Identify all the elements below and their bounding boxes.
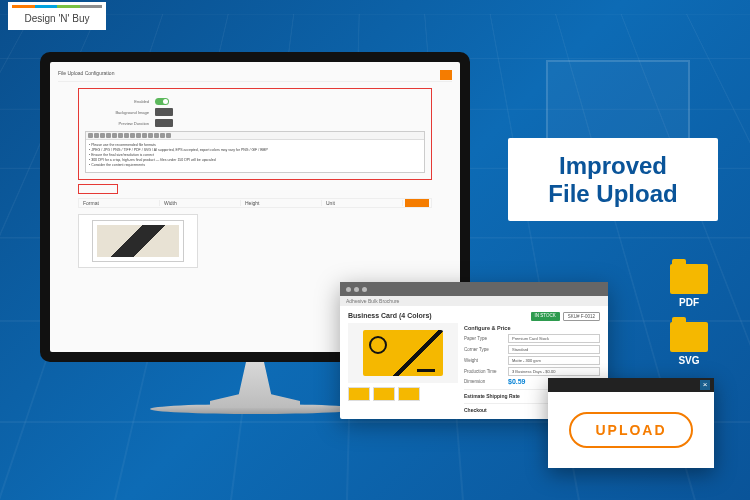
product-thumbnails[interactable] <box>348 387 458 401</box>
stock-badge: IN STOCK <box>531 312 560 321</box>
paper-type-select[interactable]: Premium Card Stock <box>508 334 600 343</box>
upload-dialog: × UPLOAD <box>548 378 714 468</box>
corner-type-select[interactable]: Standard <box>508 345 600 354</box>
bg-image-chip[interactable] <box>155 108 173 116</box>
dialog-titlebar: × <box>548 378 714 392</box>
feature-headline: ImprovedFile Upload <box>508 138 718 221</box>
rte-editor[interactable]: • Please use the recommended file format… <box>85 131 425 173</box>
format-table-row: Format Width Height Unit <box>78 198 432 208</box>
brand-name: Design 'N' Buy <box>25 13 90 24</box>
rte-toolbar <box>86 132 424 140</box>
brand-logo: Design 'N' Buy <box>8 2 106 30</box>
folder-icon <box>670 322 708 352</box>
folder-icon <box>670 264 708 294</box>
product-main-image[interactable] <box>348 323 458 383</box>
production-time-select[interactable]: 3 Business Days - $0.00 <box>508 367 600 376</box>
sku-badge: SKU# F-0012 <box>563 312 600 321</box>
pdf-folder: PDF <box>668 264 710 308</box>
unit-price: $0.59 <box>508 378 526 385</box>
template-preview <box>78 214 198 268</box>
breadcrumb[interactable]: Adhesive Bulk Brochure <box>340 296 608 306</box>
row-action-button[interactable] <box>405 199 429 207</box>
config-highlight-main: Enabled Background Image Preview Duratio… <box>78 88 432 180</box>
configure-title: Configure & Price <box>464 325 600 331</box>
weight-select[interactable]: Matte - 300 gsm <box>508 356 600 365</box>
enabled-toggle[interactable] <box>155 98 169 105</box>
admin-header: File Upload Configuration <box>58 70 452 82</box>
duration-chip[interactable] <box>155 119 173 127</box>
svg-folder: SVG <box>668 322 710 366</box>
upload-button[interactable]: UPLOAD <box>569 412 692 448</box>
config-highlight-tab <box>78 184 118 194</box>
window-titlebar <box>340 282 608 296</box>
product-title: Business Card (4 Colors) <box>348 312 458 319</box>
close-icon[interactable]: × <box>700 380 710 390</box>
